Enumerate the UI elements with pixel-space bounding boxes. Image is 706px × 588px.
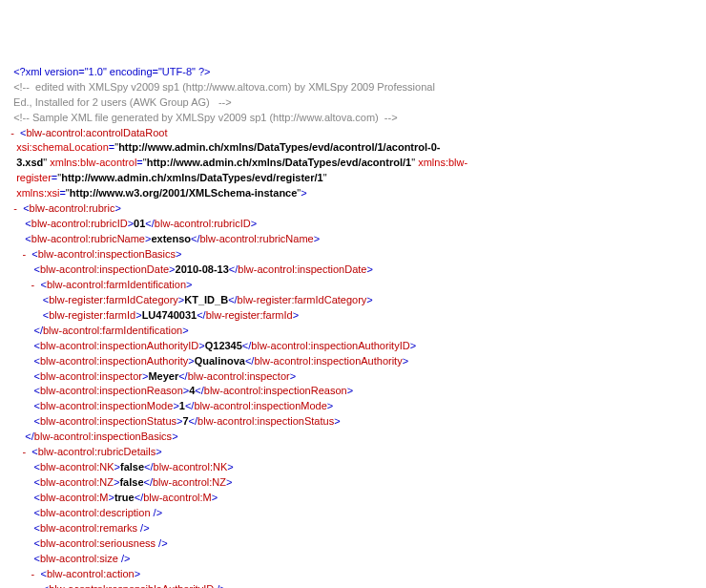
xml-source-view: <?xml version="1.0" encoding="UTF-8" ?> … — [8, 65, 698, 588]
root-open[interactable]: - <blw-acontrol:acontrolDataRoot — [8, 126, 698, 141]
rubricName: <blw-acontrol:rubricName>extenso</blw-ac… — [8, 232, 698, 247]
rubricID: <blw-acontrol:rubricID>01</blw-acontrol:… — [8, 217, 698, 232]
description: <blw-acontrol:description /> — [8, 506, 698, 521]
collapse-toggle[interactable]: - — [19, 445, 29, 460]
M: <blw-acontrol:M>true</blw-acontrol:M> — [8, 491, 698, 506]
rubric-open[interactable]: - <blw-acontrol:rubric> — [8, 201, 698, 217]
responsibleAuthorityID: <blw-acontrol:responsibleAuthorityID /> — [8, 582, 698, 588]
collapse-toggle[interactable]: - — [28, 278, 37, 293]
xml-comment: <!-- edited with XMLSpy v2009 sp1 (http:… — [8, 80, 698, 111]
rubricDetails-open[interactable]: - <blw-acontrol:rubricDetails> — [8, 445, 698, 460]
action-open[interactable]: - <blw-acontrol:action> — [8, 567, 698, 582]
seriousness: <blw-acontrol:seriousness /> — [8, 536, 698, 552]
farmIdCategory: <blw-register:farmIdCategory>KT_ID_B</bl… — [8, 293, 698, 308]
inspectionDate: <blw-acontrol:inspectionDate>2010-08-13<… — [8, 262, 698, 278]
inspectionAuthority: <blw-acontrol:inspectionAuthority>Qualin… — [8, 354, 698, 369]
inspectionMode: <blw-acontrol:inspectionMode>1</blw-acon… — [8, 399, 698, 414]
inspectionAuthorityID: <blw-acontrol:inspectionAuthorityID>Q123… — [8, 339, 698, 354]
inspectionBasics-close: </blw-acontrol:inspectionBasics> — [8, 430, 698, 445]
collapse-toggle[interactable]: - — [19, 247, 29, 262]
xml-comment: <!-- Sample XML file generated by XMLSpy… — [8, 111, 698, 126]
inspectionStatus: <blw-acontrol:inspectionStatus>7</blw-ac… — [8, 414, 698, 430]
farmIdentification-close: </blw-acontrol:farmIdentification> — [8, 324, 698, 339]
NK: <blw-acontrol:NK>false</blw-acontrol:NK> — [8, 460, 698, 475]
NZ: <blw-acontrol:NZ>false</blw-acontrol:NZ> — [8, 475, 698, 491]
root-attrs: xsi:schemaLocation="http://www.admin.ch/… — [8, 140, 698, 201]
collapse-toggle[interactable]: - — [10, 201, 20, 217]
farmId: <blw-register:farmId>LU4740031</blw-regi… — [8, 308, 698, 324]
inspectionBasics-open[interactable]: - <blw-acontrol:inspectionBasics> — [8, 247, 698, 262]
farmIdentification-open[interactable]: - <blw-acontrol:farmIdentification> — [8, 278, 698, 293]
inspectionReason: <blw-acontrol:inspectionReason>4</blw-ac… — [8, 384, 698, 399]
size: <blw-acontrol:size /> — [8, 552, 698, 567]
remarks: <blw-acontrol:remarks /> — [8, 521, 698, 536]
xml-declaration: <?xml version="1.0" encoding="UTF-8" ?> — [8, 65, 698, 80]
inspector: <blw-acontrol:inspector>Meyer</blw-acont… — [8, 369, 698, 385]
collapse-toggle[interactable]: - — [28, 567, 37, 582]
collapse-toggle[interactable]: - — [8, 126, 17, 141]
